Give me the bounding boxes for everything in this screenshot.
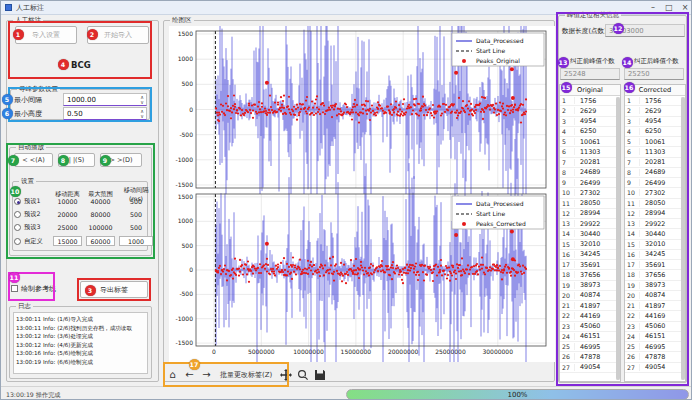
table-row[interactable]: 46250 <box>625 127 685 137</box>
home-icon[interactable]: ⌂ <box>166 367 179 382</box>
preset-radio-3[interactable]: 预设3 <box>14 223 51 232</box>
after-count-field: 25250 <box>624 68 684 80</box>
table-row[interactable]: 46250 <box>560 127 620 137</box>
table-row[interactable]: 1027302 <box>560 188 620 198</box>
preset-custom-input[interactable]: 1000 <box>119 236 153 246</box>
table-row[interactable]: 2749054 <box>625 363 685 373</box>
radio-icon[interactable] <box>14 198 21 205</box>
table-row[interactable]: 2345060 <box>560 322 620 332</box>
table-row[interactable]: 2647878 <box>625 352 685 362</box>
preset-custom-input[interactable]: 60000 <box>86 236 115 246</box>
table-scrollbar[interactable] <box>681 97 685 380</box>
table-row[interactable]: 2749054 <box>560 363 620 373</box>
table-row[interactable]: 611303 <box>625 147 685 157</box>
pause-button[interactable]: | |(S) <box>58 153 95 167</box>
row-index: 2 <box>560 107 575 114</box>
table-row[interactable]: 34954 <box>625 117 685 127</box>
table-row[interactable]: 11756 <box>625 96 685 106</box>
maximize-button[interactable]: □ <box>661 1 677 14</box>
scrollbar-thumb[interactable] <box>681 97 685 380</box>
radio-icon[interactable] <box>14 211 21 218</box>
table-row[interactable]: 2647878 <box>560 352 620 362</box>
step-forward-button[interactable]: > >(D) <box>100 153 142 167</box>
spinner-arrows-icon[interactable]: ∧∨ <box>140 109 146 119</box>
table-row[interactable]: 510061 <box>560 137 620 147</box>
checkbox-icon[interactable] <box>11 285 18 292</box>
start-import-button[interactable]: 开始导入 <box>87 26 149 44</box>
reference-line-checkbox[interactable]: 绘制参考线 <box>11 284 56 294</box>
back-icon[interactable]: ← <box>183 367 196 382</box>
table-row[interactable]: 1430440 <box>625 229 685 239</box>
table-row[interactable]: 1128050 <box>625 199 685 209</box>
table-row[interactable]: 926499 <box>560 178 620 188</box>
preset-radio-2[interactable]: 预设2 <box>14 210 51 219</box>
step-back-button[interactable]: < <(A) <box>14 153 53 167</box>
table-row[interactable]: 2141897 <box>625 301 685 311</box>
table-row[interactable]: 1329922 <box>560 219 620 229</box>
table-scrollbar[interactable] <box>616 97 620 380</box>
min-interval-spinbox[interactable]: 1000.00 ∧∨ <box>63 93 147 106</box>
table-row[interactable]: 1837656 <box>625 270 685 280</box>
table-row[interactable]: 2141897 <box>560 301 620 311</box>
table-row[interactable]: 2244169 <box>560 311 620 321</box>
table-row[interactable]: 2244169 <box>625 311 685 321</box>
table-row[interactable]: 1329922 <box>625 219 685 229</box>
batch-edit-label[interactable]: 批量更改标签(Z) <box>220 370 272 380</box>
table-row[interactable]: 1228994 <box>625 209 685 219</box>
table-row[interactable]: 1128050 <box>560 199 620 209</box>
import-settings-button[interactable]: 导入设置 <box>15 26 77 44</box>
row-value: 2629 <box>575 107 620 115</box>
table-row[interactable]: 824689 <box>625 168 685 178</box>
figure-canvas[interactable]: 150010005000-500-1000-1500Data_Processed… <box>169 26 555 362</box>
table-row[interactable]: 1430440 <box>560 229 620 239</box>
corrected-peaks-table[interactable]: Corrected1175622629349544625051006161130… <box>624 84 686 382</box>
close-button[interactable]: × <box>677 1 692 14</box>
table-row[interactable]: 2546995 <box>625 342 685 352</box>
table-row[interactable]: 1532010 <box>625 240 685 250</box>
table-row[interactable]: 22629 <box>625 106 685 116</box>
table-row[interactable]: 510061 <box>625 137 685 147</box>
table-row[interactable]: 2546995 <box>560 342 620 352</box>
original-peaks-table[interactable]: Original11756226293495446250510061611303… <box>559 84 621 382</box>
table-row[interactable]: 2446151 <box>625 332 685 342</box>
table-row[interactable]: 611303 <box>560 147 620 157</box>
table-row[interactable]: 2040874 <box>560 291 620 301</box>
table-row[interactable]: 1735691 <box>625 260 685 270</box>
preset-radio-1[interactable]: 预设1 <box>14 197 51 206</box>
table-row[interactable]: 1027302 <box>625 188 685 198</box>
table-row[interactable]: 1938973 <box>560 281 620 291</box>
table-row[interactable]: 1532010 <box>560 240 620 250</box>
scrollbar-thumb[interactable] <box>616 97 620 380</box>
radio-icon[interactable] <box>14 238 21 245</box>
svg-text:1500: 1500 <box>178 30 193 37</box>
save-icon[interactable] <box>313 367 326 382</box>
table-row[interactable]: 720281 <box>625 158 685 168</box>
forward-icon[interactable]: → <box>200 367 213 382</box>
preset-radio-4[interactable]: 自定义 <box>14 237 51 246</box>
table-row[interactable]: 1735691 <box>560 260 620 270</box>
table-row[interactable]: 720281 <box>560 158 620 168</box>
zoom-icon[interactable] <box>296 367 309 382</box>
table-row[interactable]: 1837656 <box>560 270 620 280</box>
min-height-spinbox[interactable]: 0.50 ∧∨ <box>63 107 147 120</box>
table-row[interactable]: 2040874 <box>625 291 685 301</box>
table-row[interactable]: 22629 <box>560 106 620 116</box>
table-row[interactable]: 34954 <box>560 117 620 127</box>
table-row[interactable]: 926499 <box>625 178 685 188</box>
export-labels-button[interactable]: 导出标签 <box>80 281 148 298</box>
pan-icon[interactable] <box>279 367 292 382</box>
spinner-arrows-icon[interactable]: ∧∨ <box>140 95 146 105</box>
minimize-button[interactable]: – <box>645 1 661 14</box>
table-row[interactable]: 2345060 <box>625 322 685 332</box>
table-row[interactable]: 1228994 <box>560 209 620 219</box>
preset-custom-input[interactable]: 15000 <box>53 236 82 246</box>
radio-icon[interactable] <box>14 224 21 231</box>
table-row[interactable]: 1634245 <box>560 250 620 260</box>
table-row[interactable]: 1938973 <box>625 281 685 291</box>
table-row[interactable]: 11756 <box>560 96 620 106</box>
row-value: 1756 <box>640 97 685 105</box>
table-row[interactable]: 824689 <box>560 168 620 178</box>
table-row[interactable]: 2446151 <box>560 332 620 342</box>
table-row[interactable]: 1634245 <box>625 250 685 260</box>
log-box[interactable]: 13:00:11 Info: (1/6)导入完成13:00:11 Info: (… <box>13 312 148 374</box>
